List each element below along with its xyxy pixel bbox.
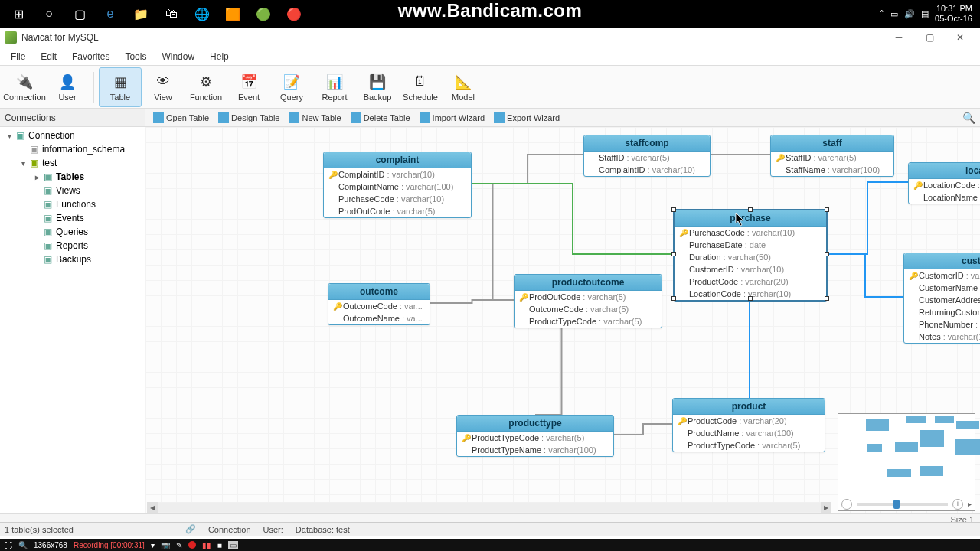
entity-outcome[interactable]: outcome🔑OutcomeCode : var...OutcomeName … <box>328 283 430 325</box>
action-import-wizard[interactable]: Import Wizard <box>416 111 488 125</box>
entity-header[interactable]: complaint <box>324 152 471 168</box>
stop-icon[interactable]: ■ <box>217 541 222 549</box>
zoom-in-button[interactable]: + <box>952 499 963 510</box>
tree-views[interactable]: ▣Views <box>0 184 145 197</box>
tray-battery-icon[interactable]: ▭ <box>890 9 898 19</box>
tree-reports[interactable]: ▣Reports <box>0 239 145 253</box>
entity-location[interactable]: location🔑LocationCode : varchar(10)Locat… <box>908 162 980 204</box>
action-delete-table[interactable]: Delete Table <box>348 111 413 125</box>
explorer-icon[interactable]: 📁 <box>127 2 155 25</box>
zoom-out-button[interactable]: − <box>841 499 852 510</box>
horizontal-scrollbar[interactable]: ◀ ▶ <box>147 502 831 513</box>
minimap-toggle-icon[interactable]: ▸ <box>968 500 972 508</box>
chrome-icon[interactable]: 🌐 <box>188 2 216 25</box>
app1-icon[interactable]: 🟧 <box>219 2 247 25</box>
pencil-icon[interactable]: ✎ <box>176 541 182 549</box>
tool-schedule[interactable]: 🗓Schedule <box>399 67 442 107</box>
entity-header[interactable]: product <box>673 399 825 415</box>
menu-file[interactable]: File <box>3 48 33 65</box>
tool-query[interactable]: 📝Query <box>270 67 313 107</box>
entity-header[interactable]: customer <box>904 253 980 269</box>
entity-header[interactable]: staffcomp <box>584 135 710 152</box>
tray-action-icon[interactable]: ▤ <box>921 9 929 19</box>
menu-favorites[interactable]: Favorites <box>64 48 117 65</box>
selection-handle[interactable] <box>825 252 829 256</box>
dropdown-icon[interactable]: ▾ <box>151 541 155 549</box>
entity-producttype[interactable]: producttype🔑ProductTypeCode : varchar(5)… <box>456 415 614 457</box>
action-new-table[interactable]: New Table <box>286 111 344 125</box>
bandicam-icon[interactable]: 🔴 <box>280 2 308 25</box>
tree-backups[interactable]: ▣Backups <box>0 253 145 266</box>
selection-handle[interactable] <box>748 296 753 301</box>
cortana-icon[interactable]: ○ <box>35 2 63 25</box>
entity-customer[interactable]: customer🔑CustomerID : varchar(10)Custome… <box>903 253 980 344</box>
zoom-slider[interactable] <box>857 503 948 506</box>
entity-header[interactable]: outcome <box>328 284 430 300</box>
twist-icon[interactable]: ▾ <box>18 159 28 168</box>
tree-connection[interactable]: ▾▣Connection <box>0 129 145 142</box>
search-icon[interactable]: 🔍 <box>962 112 980 124</box>
tool-report[interactable]: 📊Report <box>313 67 356 107</box>
connection-tree[interactable]: ▾▣Connection▣information_schema▾▣test▸▣T… <box>0 127 145 536</box>
tree-information_schema[interactable]: ▣information_schema <box>0 142 145 156</box>
tree-queries[interactable]: ▣Queries <box>0 225 145 239</box>
camera-icon[interactable]: 📷 <box>161 541 170 549</box>
entity-staffcomp[interactable]: staffcompStaffID : varchar(5)ComplaintID… <box>583 135 710 177</box>
edge-icon[interactable]: e <box>96 2 124 25</box>
entity-header[interactable]: staff <box>771 135 893 152</box>
tool-table[interactable]: ▦Table <box>99 67 142 107</box>
scroll-right-icon[interactable]: ▶ <box>821 502 831 513</box>
tool-function[interactable]: ⚙Function <box>185 67 227 107</box>
entity-purchase[interactable]: purchase🔑PurchaseCode : varchar(10)Purch… <box>674 210 827 301</box>
tool-backup[interactable]: 💾Backup <box>356 67 399 107</box>
close-button[interactable]: ✕ <box>945 29 975 46</box>
action-open-table[interactable]: Open Table <box>150 111 212 125</box>
twist-icon[interactable]: ▾ <box>5 132 14 140</box>
tree-tables[interactable]: ▸▣Tables <box>0 170 145 184</box>
pause-icon[interactable]: ▮▮ <box>202 541 211 549</box>
entity-complaint[interactable]: complaint🔑ComplaintID : varchar(10)Compl… <box>323 152 472 218</box>
scroll-left-icon[interactable]: ◀ <box>147 502 158 513</box>
navicat-task-icon[interactable]: 🟢 <box>250 2 277 25</box>
tree-functions[interactable]: ▣Functions <box>0 197 145 211</box>
magnify-icon[interactable]: 🔍 <box>18 541 28 549</box>
fullscreen-icon[interactable]: ⛶ <box>5 541 12 549</box>
store-icon[interactable]: 🛍 <box>158 2 185 25</box>
entity-productoutcome[interactable]: productoutcome🔑ProdOutCode : varchar(5)O… <box>514 274 662 328</box>
entity-product[interactable]: product🔑ProductCode : varchar(20)Product… <box>672 398 825 452</box>
selection-handle[interactable] <box>671 296 676 301</box>
action-design-table[interactable]: Design Table <box>215 111 283 125</box>
model-canvas[interactable]: − + ▸ complaint🔑ComplaintID : varchar(10… <box>145 127 980 536</box>
entity-header[interactable]: location <box>909 163 980 179</box>
tool-view[interactable]: 👁View <box>142 67 185 107</box>
tray-volume-icon[interactable]: 🔊 <box>904 9 915 19</box>
taskview-icon[interactable]: ▢ <box>66 2 93 25</box>
minimap[interactable]: − + ▸ <box>838 413 975 511</box>
action-export-wizard[interactable]: Export Wizard <box>491 111 563 125</box>
menu-help[interactable]: Help <box>202 48 237 65</box>
selection-handle[interactable] <box>748 207 753 212</box>
entity-staff[interactable]: staff🔑StaffID : varchar(5)StaffName : va… <box>770 135 894 177</box>
menu-tools[interactable]: Tools <box>117 48 154 65</box>
minimize-button[interactable]: ─ <box>884 29 914 46</box>
tool-user[interactable]: 👤User <box>46 67 89 107</box>
tool-model[interactable]: 📐Model <box>442 67 485 107</box>
tree-test[interactable]: ▾▣test <box>0 156 145 170</box>
tray-up-icon[interactable]: ˄ <box>880 9 884 19</box>
tool-connection[interactable]: 🔌Connection <box>3 67 46 107</box>
maximize-button[interactable]: ▢ <box>914 29 945 46</box>
entity-header[interactable]: producttype <box>457 416 613 432</box>
tree-events[interactable]: ▣Events <box>0 211 145 225</box>
selection-handle[interactable] <box>825 207 829 212</box>
selection-handle[interactable] <box>671 252 676 256</box>
record-button[interactable] <box>188 541 196 549</box>
entity-header[interactable]: purchase <box>675 210 826 227</box>
menu-window[interactable]: Window <box>154 48 202 65</box>
selection-handle[interactable] <box>825 296 829 301</box>
selection-handle[interactable] <box>671 207 676 212</box>
menu-edit[interactable]: Edit <box>33 48 64 65</box>
clock[interactable]: 10:31 PM 05-Oct-16 <box>935 4 972 24</box>
start-icon[interactable]: ⊞ <box>5 2 32 25</box>
twist-icon[interactable]: ▸ <box>32 173 41 181</box>
panel-icon[interactable]: ▭ <box>228 541 238 549</box>
